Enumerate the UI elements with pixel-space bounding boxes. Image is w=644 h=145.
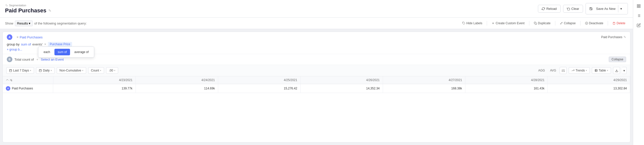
col-name: ↻ — [3, 76, 53, 84]
show-label: Show — [5, 21, 13, 25]
calendar-daily-icon — [39, 69, 42, 72]
decimal-chevron: ▾ — [114, 69, 115, 72]
download-icon — [615, 69, 618, 72]
hide-labels-button[interactable]: Hide Labels — [460, 20, 485, 26]
segment-a-badge: A — [7, 34, 12, 40]
close-purchase-price[interactable]: ✕ — [44, 43, 46, 46]
add-group-button[interactable]: + group b... — [7, 48, 22, 51]
duplicate-button[interactable]: Duplicate — [531, 20, 553, 26]
list-icon-button[interactable] — [635, 12, 643, 20]
svg-rect-31 — [637, 5, 638, 6]
save-as-new-button[interactable]: Save As New ▾ — [586, 3, 628, 14]
svg-rect-32 — [639, 5, 640, 6]
page-title: Paid Purchases — [5, 7, 46, 14]
agg-label: AGG — [537, 69, 546, 72]
plus-icon: + — [36, 58, 38, 61]
right-sidebar — [633, 0, 644, 145]
svg-rect-33 — [639, 6, 640, 8]
copy-icon — [534, 22, 537, 25]
col-4-29: 4/29/2021 — [548, 76, 630, 84]
table-chevron: ▾ — [607, 69, 608, 72]
table-row: A Paid Purchases 139.77k 114.69k 15,276.… — [3, 84, 630, 93]
segment-a-edit-icon[interactable]: ✎ — [624, 35, 626, 39]
svg-rect-9 — [10, 69, 12, 72]
row-badge: A — [6, 86, 10, 91]
dropdown-average-of[interactable]: average of — [71, 49, 92, 55]
count-button[interactable]: Count ▾ — [88, 67, 104, 74]
breadcrumb: Segmentation — [5, 4, 51, 7]
cell-4-29: 13,302.84 — [548, 84, 630, 93]
segment-a-header: A ✕ Paid Purchases Paid Purchases ✎ — [7, 34, 626, 40]
group-by-row: group by sum of events' ✕ Purchase Price — [7, 42, 626, 46]
segment-a-close[interactable]: ✕ — [16, 36, 19, 39]
trends-icon — [571, 69, 574, 72]
edit-icon-button[interactable] — [635, 21, 643, 29]
query-text: of the following segmentation query: — [34, 21, 87, 25]
clear-button[interactable]: Clear — [563, 5, 583, 13]
col-sort-icon: ↻ — [10, 78, 12, 82]
plus-icon — [492, 22, 495, 25]
date-range-chevron: ▾ — [30, 69, 31, 72]
cell-4-26: 14,352.34 — [300, 84, 383, 93]
create-custom-event-button[interactable]: Create Custom Event — [489, 20, 527, 26]
segment-a-left: A ✕ Paid Purchases — [7, 34, 43, 40]
download-chevron-button[interactable]: ▾ — [622, 67, 627, 74]
divider — [555, 21, 555, 26]
query-bar: Show Results ▾ of the following segmenta… — [0, 18, 633, 29]
svg-rect-13 — [39, 69, 42, 72]
table-button[interactable]: Table ▾ — [592, 67, 611, 74]
reload-button[interactable]: Reload — [538, 5, 560, 13]
segment-a: A ✕ Paid Purchases Paid Purchases ✎ grou… — [3, 32, 630, 54]
filter-settings-button[interactable] — [560, 67, 567, 74]
pencil-icon — [637, 23, 641, 27]
grid-icon — [637, 4, 641, 8]
trash-icon — [613, 22, 616, 25]
save-as-new-chevron[interactable]: ▾ — [618, 5, 624, 12]
collapse-button[interactable]: Collapse — [557, 20, 578, 26]
arrows-icon — [6, 79, 9, 82]
dropdown-each[interactable]: each — [40, 49, 53, 55]
trends-button[interactable]: Trends ▾ — [569, 67, 590, 74]
header-actions: Reload Clear Save As New ▾ — [538, 3, 628, 14]
col-4-23: 4/23/2021 — [53, 76, 136, 84]
delete-button[interactable]: Delete — [610, 20, 628, 26]
date-range-button[interactable]: Last 7 Days ▾ — [6, 67, 34, 74]
results-dropdown[interactable]: Results ▾ — [15, 20, 33, 26]
total-count-label: Total count of — [14, 58, 34, 61]
cell-4-23: 139.77k — [53, 84, 136, 93]
sliders-icon — [562, 69, 565, 72]
results-chevron: ▾ — [29, 21, 30, 25]
deactivate-button[interactable]: Deactivate — [583, 20, 606, 26]
daily-button[interactable]: Daily ▾ — [36, 67, 55, 74]
purchase-price-tag[interactable]: Purchase Price — [48, 42, 72, 46]
col-4-27: 4/27/2021 — [383, 76, 465, 84]
divider — [608, 21, 608, 26]
header-left: Segmentation Paid Purchases ✎ — [5, 4, 51, 14]
svg-rect-3 — [535, 23, 537, 25]
grid-icon-button[interactable] — [635, 2, 643, 10]
dropdown-sum-of[interactable]: sum of — [54, 49, 70, 55]
reload-icon — [542, 7, 545, 10]
edit-title-button[interactable]: ✎ — [48, 9, 51, 13]
divider — [580, 21, 581, 26]
divider — [487, 21, 487, 26]
non-cumulative-button[interactable]: Non-Cumulative ▾ — [57, 67, 86, 74]
query-bar-actions: Hide Labels Create Custom Event Duplicat… — [460, 20, 628, 26]
pause-icon — [585, 22, 588, 25]
svg-line-5 — [562, 22, 563, 23]
sum-of-label[interactable]: sum of — [21, 42, 31, 46]
divider — [529, 21, 529, 26]
add-group-row: + group b... — [7, 47, 626, 51]
clear-icon — [567, 7, 570, 10]
list-icon — [637, 14, 641, 18]
download-button[interactable] — [613, 67, 620, 74]
cell-4-28: 161.43k — [465, 84, 548, 93]
collapse-section-button[interactable]: Collapse — [609, 57, 626, 62]
col-4-26: 4/26/2021 — [300, 76, 383, 84]
save-icon — [589, 7, 593, 10]
segment-b: B Total count of + Select an Event Colla… — [3, 54, 630, 65]
decimal-button[interactable]: .00 ▾ — [106, 67, 118, 74]
page-title-row: Paid Purchases ✎ — [5, 7, 51, 14]
select-event-button[interactable]: Select an Event — [41, 58, 64, 61]
segment-body: A ✕ Paid Purchases Paid Purchases ✎ grou… — [3, 32, 630, 142]
